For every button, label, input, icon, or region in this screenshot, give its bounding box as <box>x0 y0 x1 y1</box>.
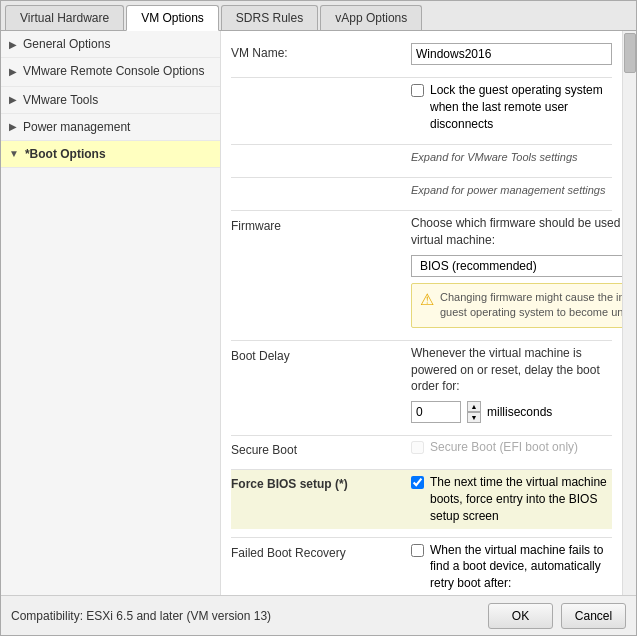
boot-delay-row: Boot Delay Whenever the virtual machine … <box>231 340 612 427</box>
arrow-icon: ▶ <box>9 121 17 132</box>
power-expand-text[interactable]: Expand for power management settings <box>411 182 612 198</box>
cancel-button[interactable]: Cancel <box>561 603 626 629</box>
sidebar-item-vmware-tools[interactable]: ▶ VMware Tools <box>1 87 220 114</box>
sidebar-item-vmware-remote[interactable]: ▶ VMware Remote Console Options <box>1 58 220 87</box>
bottom-bar: Compatibility: ESXi 6.5 and later (VM ve… <box>1 595 636 635</box>
secure-boot-label: Secure Boot <box>231 440 411 457</box>
firmware-row: Firmware Choose which firmware should be… <box>231 210 612 331</box>
lock-checkbox[interactable] <box>411 84 424 97</box>
scroll-track <box>622 31 636 595</box>
lock-row: Lock the guest operating system when the… <box>231 77 612 136</box>
sidebar-item-label: General Options <box>23 37 110 51</box>
vmware-tools-expand-text[interactable]: Expand for VMware Tools settings <box>411 149 612 165</box>
lock-checkbox-row: Lock the guest operating system when the… <box>411 82 612 132</box>
power-value: Expand for power management settings <box>411 182 612 198</box>
sidebar-item-label: *Boot Options <box>25 147 106 161</box>
arrow-icon: ▼ <box>9 148 19 159</box>
boot-delay-unit: milliseconds <box>487 405 552 419</box>
secure-boot-row: Secure Boot Secure Boot (EFI boot only) <box>231 435 612 461</box>
force-bios-checkbox-row: The next time the virtual machine boots,… <box>411 474 612 524</box>
right-panel: VM Name: Lock the guest operating system… <box>221 31 622 595</box>
main-window: Virtual Hardware VM Options SDRS Rules v… <box>0 0 637 636</box>
warning-icon: ⚠ <box>420 289 434 311</box>
tab-sdrs-rules[interactable]: SDRS Rules <box>221 5 318 30</box>
arrow-icon: ▶ <box>9 94 17 105</box>
firmware-desc: Choose which firmware should be used to … <box>411 215 622 249</box>
spinner-up-button[interactable]: ▲ <box>467 401 481 412</box>
tab-vapp-options[interactable]: vApp Options <box>320 5 422 30</box>
sidebar: ▶ General Options ▶ VMware Remote Consol… <box>1 31 221 595</box>
force-bios-row: Force BIOS setup (*) The next time the v… <box>231 469 612 528</box>
vmware-tools-value: Expand for VMware Tools settings <box>411 149 612 165</box>
tab-virtual-hardware[interactable]: Virtual Hardware <box>5 5 124 30</box>
sidebar-item-boot-options[interactable]: ▼ *Boot Options <box>1 141 220 168</box>
force-bios-label: Force BIOS setup (*) <box>231 474 411 491</box>
ok-button[interactable]: OK <box>488 603 553 629</box>
vmware-tools-row: Expand for VMware Tools settings <box>231 144 612 169</box>
vm-name-value-col <box>411 43 612 65</box>
sidebar-item-label: Power management <box>23 120 130 134</box>
firmware-warning-box: ⚠ Changing firmware might cause the inst… <box>411 283 622 328</box>
spinner-row: ▲ ▼ milliseconds <box>411 401 612 423</box>
spinner-down-button[interactable]: ▼ <box>467 412 481 423</box>
compatibility-text: Compatibility: ESXi 6.5 and later (VM ve… <box>11 609 271 623</box>
force-bios-checkbox-label: The next time the virtual machine boots,… <box>430 474 612 524</box>
form-area: VM Name: Lock the guest operating system… <box>221 31 622 595</box>
failed-boot-desc: When the virtual machine fails to find a… <box>430 542 612 592</box>
secure-boot-value-col: Secure Boot (EFI boot only) <box>411 440 612 454</box>
firmware-value-col: Choose which firmware should be used to … <box>411 215 622 327</box>
scroll-thumb[interactable] <box>624 33 636 73</box>
sidebar-item-power-management[interactable]: ▶ Power management <box>1 114 220 141</box>
firmware-select[interactable]: BIOS (recommended) EFI <box>411 255 622 277</box>
sidebar-item-label: VMware Tools <box>23 93 98 107</box>
vm-name-label: VM Name: <box>231 43 411 60</box>
firmware-label: Firmware <box>231 215 411 233</box>
sidebar-item-general-options[interactable]: ▶ General Options <box>1 31 220 58</box>
vm-name-row: VM Name: <box>231 39 612 69</box>
tab-vm-options[interactable]: VM Options <box>126 5 219 31</box>
firmware-warning-text: Changing firmware might cause the instal… <box>440 290 622 321</box>
tab-bar: Virtual Hardware VM Options SDRS Rules v… <box>1 1 636 31</box>
spinner-buttons: ▲ ▼ <box>467 401 481 423</box>
failed-boot-checkbox-row: When the virtual machine fails to find a… <box>411 542 612 592</box>
failed-boot-value-col: When the virtual machine fails to find a… <box>411 542 612 595</box>
failed-boot-label: Failed Boot Recovery <box>231 542 411 560</box>
failed-boot-row: Failed Boot Recovery When the virtual ma… <box>231 537 612 595</box>
boot-delay-input[interactable] <box>411 401 461 423</box>
lock-value-col: Lock the guest operating system when the… <box>411 82 612 132</box>
lock-label-col <box>231 82 411 85</box>
arrow-icon: ▶ <box>9 39 17 50</box>
secure-boot-field-label: Secure Boot (EFI boot only) <box>430 440 578 454</box>
secure-boot-checkbox[interactable] <box>411 441 424 454</box>
failed-boot-checkbox[interactable] <box>411 544 424 557</box>
power-row: Expand for power management settings <box>231 177 612 202</box>
force-bios-checkbox[interactable] <box>411 476 424 489</box>
secure-boot-inner-row: Secure Boot (EFI boot only) <box>411 440 612 454</box>
boot-delay-label: Boot Delay <box>231 345 411 363</box>
arrow-icon: ▶ <box>9 65 17 78</box>
firmware-select-row: BIOS (recommended) EFI <box>411 255 622 277</box>
main-content: ▶ General Options ▶ VMware Remote Consol… <box>1 31 636 595</box>
vm-name-input[interactable] <box>411 43 612 65</box>
bottom-buttons: OK Cancel <box>488 603 626 629</box>
lock-checkbox-label: Lock the guest operating system when the… <box>430 82 612 132</box>
power-label <box>231 182 411 185</box>
force-bios-label-text: Force BIOS setup (*) <box>231 477 348 491</box>
boot-delay-value-col: Whenever the virtual machine is powered … <box>411 345 612 423</box>
sidebar-item-label: VMware Remote Console Options <box>23 64 204 80</box>
force-bios-value-col: The next time the virtual machine boots,… <box>411 474 612 524</box>
vmware-tools-label <box>231 149 411 152</box>
boot-delay-desc: Whenever the virtual machine is powered … <box>411 345 612 395</box>
